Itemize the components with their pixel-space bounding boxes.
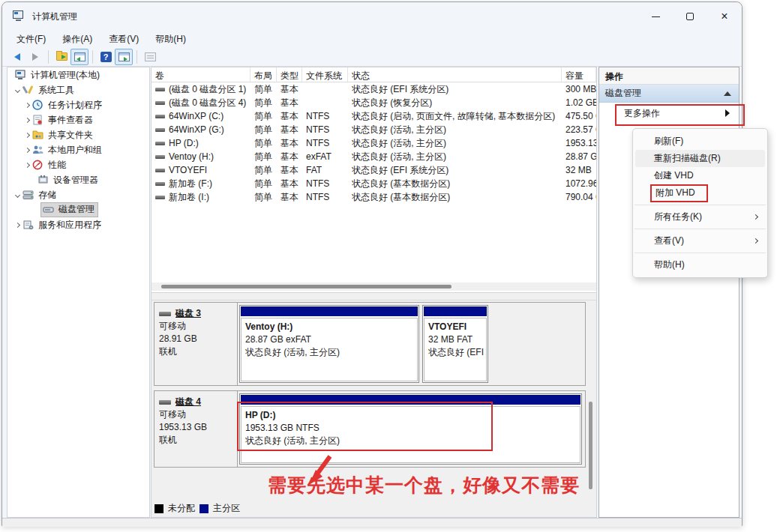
partition-vtoyefi[interactable]: VTOYEFI 32 MB FAT 状态良好 (EFI 系统分区) — [422, 305, 488, 383]
menu-help[interactable]: 帮助(H) — [147, 31, 194, 48]
chevron-down-icon[interactable] — [12, 88, 22, 92]
volume-row[interactable]: HP (D:) 简单基本 NTFS状态良好 (活动, 主分区) 1953.13 … — [152, 136, 596, 150]
show-action-pane-button[interactable] — [115, 49, 133, 65]
disk4-label[interactable]: 磁盘 4 可移动 1953.13 GB 联机 — [154, 391, 238, 467]
volume-row[interactable]: (磁盘 0 磁盘分区 1) 简单基本 状态良好 (EFI 系统分区) 300 M… — [152, 82, 596, 96]
maximize-button[interactable] — [673, 2, 707, 31]
tree-item-label: 系统工具 — [38, 84, 74, 97]
submenu-chevron-icon — [753, 214, 758, 220]
primary-partition-band — [241, 395, 580, 405]
back-button[interactable] — [8, 49, 26, 65]
chevron-right-icon[interactable] — [12, 223, 22, 227]
menu-item-attach-vhd[interactable]: 附加 VHD — [635, 184, 765, 202]
tree-item-event-viewer[interactable]: 事件查看器 — [8, 112, 149, 127]
tree-item-label: 事件查看器 — [48, 114, 93, 127]
toolbar-separator — [92, 50, 93, 64]
chevron-right-icon[interactable] — [22, 148, 32, 152]
close-button[interactable]: × — [707, 2, 742, 31]
vertical-scrollbar-thumb[interactable] — [589, 402, 592, 489]
properties-icon — [145, 52, 156, 61]
volume-row[interactable]: VTOYEFI 简单基本 FAT状态良好 (EFI 系统分区) 32 MB — [152, 163, 596, 177]
tree-item-shared-folders[interactable]: 共享文件夹 — [8, 127, 149, 142]
scrollbar-thumb[interactable] — [161, 285, 452, 288]
disk-management-section-header[interactable]: 磁盘管理 — [599, 85, 739, 103]
menu-view[interactable]: 查看(V) — [100, 31, 147, 48]
tree-item-services-applications[interactable]: 服务和应用程序 — [8, 217, 149, 232]
tree-item-system-tools[interactable]: 系统工具 — [8, 82, 149, 97]
tree-item-performance[interactable]: 性能 — [8, 157, 149, 172]
up-level-button[interactable] — [52, 49, 70, 65]
chevron-down-icon[interactable] — [12, 193, 22, 197]
chevron-right-icon[interactable] — [22, 118, 32, 122]
disk3-label[interactable]: 磁盘 3 可移动 28.91 GB 联机 — [154, 303, 238, 385]
tree-item-task-scheduler[interactable]: 任务计划程序 — [8, 97, 149, 112]
menu-file[interactable]: 文件(F) — [8, 31, 54, 48]
tree-item-disk-management[interactable]: 磁盘管理 — [8, 202, 149, 217]
selected-tree-item: 磁盘管理 — [40, 202, 98, 217]
toolbar-separator — [48, 50, 49, 64]
menu-item-help[interactable]: 帮助(H) — [635, 256, 765, 273]
minimize-icon — [652, 16, 660, 17]
tree-item-computer-management[interactable]: 计算机管理(本地) — [8, 67, 149, 82]
chevron-right-icon[interactable] — [22, 103, 32, 107]
menu-item-refresh[interactable]: 刷新(F) — [635, 133, 765, 150]
volume-row[interactable]: (磁盘 0 磁盘分区 4) 简单基本 状态良好 (恢复分区) 1.02 GB — [152, 96, 596, 109]
menu-item-rescan-disks[interactable]: 重新扫描磁盘(R) — [635, 150, 765, 167]
volume-row[interactable]: 新加卷 (F:) 简单基本 NTFS状态良好 (基本数据分区) 1072.96 … — [152, 177, 596, 190]
close-icon: × — [721, 10, 728, 22]
show-console-tree-button[interactable] — [70, 49, 88, 65]
properties-button[interactable] — [141, 49, 159, 65]
disk-type: 可移动 — [159, 320, 232, 333]
column-header-filesystem[interactable]: 文件系统 — [302, 67, 348, 82]
partition-ventoy[interactable]: Ventoy (H:) 28.87 GB exFAT 状态良好 (活动, 主分区… — [239, 305, 419, 383]
more-actions-item[interactable]: 更多操作 — [599, 103, 739, 124]
tree-item-storage[interactable]: 存储 — [8, 187, 149, 202]
tree-item-label: 本地用户和组 — [48, 144, 102, 157]
menu-separator — [634, 253, 766, 253]
volume-row[interactable]: 新加卷 (I:) 简单基本 NTFS状态良好 (基本数据分区) 790.04 G… — [152, 190, 596, 204]
tree-item-label: 任务计划程序 — [48, 99, 102, 112]
volume-row[interactable]: Ventoy (H:) 简单基本 exFAT状态良好 (活动, 主分区) 28.… — [152, 150, 596, 163]
system-tools-icon — [22, 85, 34, 95]
more-actions-label: 更多操作 — [624, 107, 660, 120]
chevron-right-icon[interactable] — [22, 133, 32, 137]
volume-row[interactable]: 64WinXP (C:) 简单基本 NTFS状态良好 (启动, 页面文件, 故障… — [152, 109, 596, 123]
volume-icon — [155, 115, 165, 118]
menu-item-view[interactable]: 查看(V) — [635, 232, 765, 250]
forward-button[interactable] — [26, 49, 44, 65]
title-bar: 计算机管理 × — [2, 2, 742, 31]
menu-separator — [634, 229, 766, 229]
primary-partition-swatch — [200, 504, 208, 513]
column-header-status[interactable]: 状态 — [348, 67, 562, 82]
tree-item-device-manager[interactable]: 设备管理器 — [8, 172, 149, 187]
back-icon — [14, 53, 20, 61]
window-title: 计算机管理 — [32, 10, 77, 23]
column-header-capacity[interactable]: 容量 — [562, 67, 596, 82]
tree-item-local-users-groups[interactable]: 本地用户和组 — [8, 142, 149, 157]
menu-action[interactable]: 操作(A) — [54, 31, 100, 48]
horizontal-scrollbar[interactable] — [152, 282, 596, 291]
shared-folder-icon — [32, 130, 44, 140]
menu-item-create-vhd[interactable]: 创建 VHD — [635, 167, 765, 184]
pane-splitter[interactable] — [152, 292, 596, 300]
menu-separator — [634, 205, 766, 205]
action-pane-icon — [118, 52, 130, 61]
submenu-arrow-icon — [725, 109, 730, 117]
users-icon — [32, 145, 44, 155]
legend-label: 主分区 — [213, 502, 240, 515]
tree-item-label: 性能 — [48, 159, 66, 172]
app-icon — [13, 10, 26, 22]
column-header-volume[interactable]: 卷 — [152, 67, 250, 82]
chevron-right-icon[interactable] — [22, 163, 32, 167]
partition-hp[interactable]: HP (D:) 1953.13 GB NTFS 状态良好 (活动, 主分区) — [239, 393, 582, 465]
collapse-icon[interactable] — [724, 91, 731, 96]
help-button[interactable]: ? — [97, 49, 115, 65]
volume-row[interactable]: 64WinXP (G:) 简单基本 NTFS状态良好 (活动, 主分区) 223… — [152, 123, 596, 136]
minimize-button[interactable] — [638, 2, 673, 31]
column-header-type[interactable]: 类型 — [277, 67, 302, 82]
performance-icon — [32, 160, 44, 170]
column-header-layout[interactable]: 布局 — [250, 67, 277, 82]
menu-item-all-tasks[interactable]: 所有任务(K) — [635, 208, 765, 226]
forward-icon — [32, 53, 38, 61]
volume-icon — [155, 128, 165, 132]
